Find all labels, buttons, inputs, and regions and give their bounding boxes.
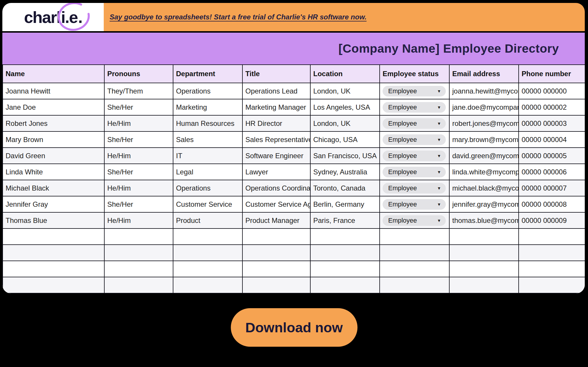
department-cell[interactable]: Marketing [173,99,242,115]
title-cell[interactable]: Marketing Manager [242,99,310,115]
name-cell[interactable]: Thomas Blue [3,212,104,228]
department-cell[interactable] [173,228,242,245]
location-cell[interactable]: Sydney, Australia [310,164,380,180]
department-cell[interactable] [173,261,242,277]
status-dropdown[interactable]: Employee ▼ [383,118,446,129]
status-cell[interactable] [380,277,449,293]
email-cell[interactable]: robert.jones@mycomp [449,115,519,131]
name-cell[interactable]: Joanna Hewitt [3,83,104,99]
pronouns-cell[interactable] [104,277,173,293]
phone-cell[interactable] [519,228,585,245]
pronouns-cell[interactable] [104,245,173,261]
location-cell[interactable]: London, UK [310,115,380,131]
phone-cell[interactable] [519,261,585,277]
pronouns-cell[interactable] [104,261,173,277]
email-cell[interactable]: thomas.blue@mycomp [449,212,519,228]
phone-cell[interactable]: 00000 000008 [519,196,585,212]
pronouns-cell[interactable]: She/Her [104,131,173,148]
pronouns-cell[interactable]: He/Him [104,148,173,164]
email-cell[interactable] [449,245,519,261]
pronouns-cell[interactable]: They/Them [104,83,173,99]
pronouns-cell[interactable]: He/Him [104,115,173,131]
phone-cell[interactable]: 00000 000000 [519,83,585,99]
phone-cell[interactable]: 00000 000004 [519,131,585,148]
pronouns-cell[interactable] [104,228,173,245]
department-cell[interactable]: Operations [173,83,242,99]
status-dropdown[interactable]: Employee ▼ [383,167,446,177]
status-cell[interactable]: Employee ▼ [380,212,449,228]
status-cell[interactable] [380,245,449,261]
status-cell[interactable]: Employee ▼ [380,164,449,180]
phone-cell[interactable] [519,277,585,293]
department-cell[interactable]: Sales [173,131,242,148]
name-cell[interactable]: Michael Black [3,180,104,196]
status-dropdown[interactable]: Employee ▼ [383,183,446,193]
department-cell[interactable]: Operations [173,180,242,196]
email-cell[interactable]: jennifer.gray@mycomp [449,196,519,212]
name-cell[interactable]: Jennifer Gray [3,196,104,212]
location-cell[interactable]: Chicago, USA [310,131,380,148]
department-cell[interactable]: IT [173,148,242,164]
phone-cell[interactable]: 00000 000005 [519,148,585,164]
status-cell[interactable] [380,228,449,245]
name-cell[interactable] [3,277,104,293]
name-cell[interactable] [3,228,104,245]
title-cell[interactable]: HR Director [242,115,310,131]
title-cell[interactable] [242,245,310,261]
location-cell[interactable] [310,277,380,293]
title-cell[interactable]: Software Engineer [242,148,310,164]
location-cell[interactable] [310,245,380,261]
title-cell[interactable]: Product Manager [242,212,310,228]
department-cell[interactable] [173,245,242,261]
name-cell[interactable]: David Green [3,148,104,164]
status-cell[interactable]: Employee ▼ [380,180,449,196]
status-dropdown[interactable]: Employee ▼ [383,102,446,113]
pronouns-cell[interactable]: She/Her [104,99,173,115]
phone-cell[interactable]: 00000 000002 [519,99,585,115]
location-cell[interactable] [310,228,380,245]
status-dropdown[interactable]: Employee ▼ [383,199,446,210]
location-cell[interactable]: London, UK [310,83,380,99]
email-cell[interactable]: michael.black@mycom [449,180,519,196]
status-dropdown[interactable]: Employee ▼ [383,215,446,226]
location-cell[interactable]: Los Angeles, USA [310,99,380,115]
phone-cell[interactable]: 00000 000003 [519,115,585,131]
promo-link[interactable]: Say goodbye to spreadsheets! Start a fre… [110,13,366,21]
location-cell[interactable] [310,261,380,277]
email-cell[interactable] [449,277,519,293]
department-cell[interactable]: Human Resources [173,115,242,131]
pronouns-cell[interactable]: She/Her [104,164,173,180]
phone-cell[interactable]: 00000 000007 [519,180,585,196]
status-dropdown[interactable]: Employee ▼ [383,151,446,161]
email-cell[interactable]: david.green@mycomp [449,148,519,164]
status-cell[interactable]: Employee ▼ [380,99,449,115]
email-cell[interactable]: mary.brown@mycomp [449,131,519,148]
status-dropdown[interactable]: Employee ▼ [383,134,446,145]
name-cell[interactable] [3,261,104,277]
location-cell[interactable]: Paris, France [310,212,380,228]
department-cell[interactable]: Customer Service [173,196,242,212]
pronouns-cell[interactable]: He/Him [104,180,173,196]
status-cell[interactable]: Employee ▼ [380,196,449,212]
status-cell[interactable]: Employee ▼ [380,131,449,148]
location-cell[interactable]: Berlin, Germany [310,196,380,212]
title-cell[interactable] [242,277,310,293]
pronouns-cell[interactable]: She/Her [104,196,173,212]
status-cell[interactable] [380,261,449,277]
name-cell[interactable]: Jane Doe [3,99,104,115]
status-cell[interactable]: Employee ▼ [380,115,449,131]
download-button[interactable]: Download now [231,308,357,347]
status-cell[interactable]: Employee ▼ [380,148,449,164]
phone-cell[interactable] [519,245,585,261]
title-cell[interactable]: Operations Lead [242,83,310,99]
department-cell[interactable]: Product [173,212,242,228]
email-cell[interactable]: joanna.hewitt@mycom [449,83,519,99]
title-cell[interactable] [242,228,310,245]
title-cell[interactable]: Operations Coordinato [242,180,310,196]
department-cell[interactable] [173,277,242,293]
title-cell[interactable]: Lawyer [242,164,310,180]
name-cell[interactable]: Linda White [3,164,104,180]
phone-cell[interactable]: 00000 000006 [519,164,585,180]
phone-cell[interactable]: 00000 000009 [519,212,585,228]
name-cell[interactable]: Mary Brown [3,131,104,148]
